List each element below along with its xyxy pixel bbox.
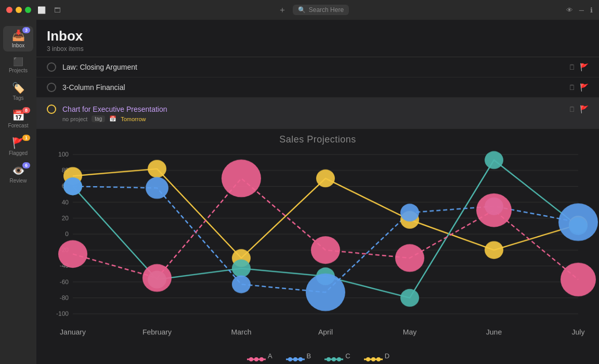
chart-container: Sales Projections ABCD xyxy=(36,129,599,364)
svg-point-5 xyxy=(288,357,292,361)
svg-point-14 xyxy=(371,357,375,361)
item-actions-3: 🗒 🚩 xyxy=(568,105,589,113)
item-actions-1: 🗒 🚩 xyxy=(568,63,589,71)
svg-point-10 xyxy=(332,357,336,361)
close-button[interactable] xyxy=(6,7,12,13)
item-due: Tomorrow xyxy=(121,116,146,122)
legend-label-B: B xyxy=(307,352,311,360)
sidebar-item-forecast[interactable]: 8 📅 Forecast xyxy=(3,106,33,132)
svg-point-15 xyxy=(376,357,381,361)
sidebar-item-inbox[interactable]: 3 📥 Inbox xyxy=(3,26,33,51)
svg-point-11 xyxy=(337,357,341,361)
flagged-label: Flagged xyxy=(9,150,28,156)
titlebar-right: 👁 ─ ℹ xyxy=(566,6,593,14)
legend-line-C xyxy=(323,355,342,357)
inbox-list: Law: Closing Argument 🗒 🚩 3-Column Finan… xyxy=(36,57,599,129)
search-icon: 🔍 xyxy=(298,6,306,14)
review-label: Review xyxy=(10,178,27,184)
minimize-button[interactable] xyxy=(16,7,22,13)
item-meta-3: no project tag 📅 Tomorrow xyxy=(62,115,146,122)
layout-icon[interactable]: 🗔 xyxy=(54,6,61,14)
chart-title: Sales Projections xyxy=(36,134,599,145)
review-badge: 6 xyxy=(22,162,30,168)
flagged-badge: 1 xyxy=(22,135,30,141)
svg-point-1 xyxy=(249,357,253,361)
legend-line-B xyxy=(285,355,304,357)
add-button[interactable]: ＋ xyxy=(278,5,287,16)
inbox-item-2[interactable]: 3-Column Financial 🗒 🚩 xyxy=(36,77,599,98)
forecast-badge: 8 xyxy=(22,107,30,113)
flag-icon-3[interactable]: 🚩 xyxy=(580,105,589,113)
projects-label: Projects xyxy=(9,68,28,73)
titlebar: ⬜ 🗔 ＋ 🔍 Search Here 👁 ─ ℹ xyxy=(0,0,599,20)
header-subtitle: 3 inbox items xyxy=(47,45,589,53)
chart-legend: ABCD xyxy=(36,352,599,360)
sidebar: 3 📥 Inbox ⬛ Projects 🏷️ Tags 8 📅 Forecas… xyxy=(0,20,36,364)
item-checkbox-1[interactable] xyxy=(47,62,56,72)
sidebar-item-flagged[interactable]: 1 🚩 Flagged xyxy=(3,134,33,159)
projects-icon: ⬛ xyxy=(13,57,23,67)
tags-label: Tags xyxy=(12,95,23,101)
legend-label-C: C xyxy=(345,352,350,360)
note-icon-3[interactable]: 🗒 xyxy=(568,105,576,113)
item-actions-2: 🗒 🚩 xyxy=(568,83,589,92)
sidebar-toggle-icon[interactable]: ⬜ xyxy=(37,6,46,14)
item-title-1: Law: Closing Argument xyxy=(62,63,568,71)
window-controls xyxy=(6,7,31,13)
main-content: Inbox 3 inbox items Law: Closing Argumen… xyxy=(36,20,599,364)
titlebar-center: ＋ 🔍 Search Here xyxy=(61,5,566,16)
svg-point-9 xyxy=(327,357,331,361)
titlebar-left-icons: ⬜ 🗔 xyxy=(37,6,61,14)
forecast-label: Forecast xyxy=(8,123,29,128)
header: Inbox 3 inbox items xyxy=(36,20,599,57)
svg-point-7 xyxy=(298,357,303,361)
inbox-item-3[interactable]: Chart for Executive Presentation 🗒 🚩 no … xyxy=(36,98,599,129)
flag-empty-icon[interactable]: 🚩 xyxy=(580,63,589,71)
search-label: Search Here xyxy=(309,6,344,14)
legend-item-C: C xyxy=(323,352,350,360)
inbox-label: Inbox xyxy=(12,43,24,48)
legend-line-A xyxy=(246,355,265,357)
legend-item-A: A xyxy=(246,352,272,360)
item-project: no project xyxy=(62,116,87,122)
item-tag[interactable]: tag xyxy=(92,115,105,122)
maximize-button[interactable] xyxy=(25,7,31,13)
legend-label-A: A xyxy=(268,352,272,360)
search-bar[interactable]: 🔍 Search Here xyxy=(293,5,349,15)
legend-item-B: B xyxy=(285,352,311,360)
legend-line-D xyxy=(363,355,382,357)
sidebar-item-review[interactable]: 6 👁️ Review xyxy=(3,161,33,187)
info-icon[interactable]: ℹ xyxy=(590,6,593,14)
legend-label-D: D xyxy=(385,352,389,360)
inbox-item-1[interactable]: Law: Closing Argument 🗒 🚩 xyxy=(36,57,599,77)
item-title-2: 3-Column Financial xyxy=(62,83,568,92)
sales-chart xyxy=(36,145,599,348)
sidebar-item-tags[interactable]: 🏷️ Tags xyxy=(3,79,33,104)
minus-icon[interactable]: ─ xyxy=(579,6,584,14)
note-icon-2[interactable]: 🗒 xyxy=(568,83,576,92)
sidebar-item-projects[interactable]: ⬛ Projects xyxy=(3,54,33,76)
item-title-3: Chart for Executive Presentation xyxy=(62,105,568,113)
eye-icon[interactable]: 👁 xyxy=(566,6,573,14)
page-title: Inbox xyxy=(47,28,589,44)
note-icon[interactable]: 🗒 xyxy=(568,63,576,71)
inbox-badge: 3 xyxy=(22,27,30,33)
item-checkbox-2[interactable] xyxy=(47,83,56,92)
calendar-icon: 📅 xyxy=(109,115,116,122)
svg-point-6 xyxy=(293,357,297,361)
svg-point-3 xyxy=(259,357,264,361)
flag-empty-icon-2[interactable]: 🚩 xyxy=(580,83,589,92)
legend-item-D: D xyxy=(363,352,389,360)
item-checkbox-3[interactable] xyxy=(47,105,56,114)
tags-icon: 🏷️ xyxy=(12,82,25,94)
svg-point-2 xyxy=(254,357,258,361)
svg-point-13 xyxy=(366,357,370,361)
